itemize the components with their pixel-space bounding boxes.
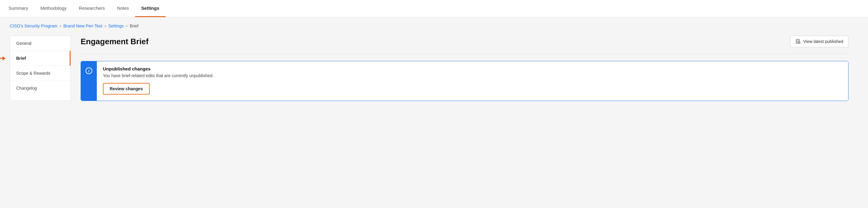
breadcrumb-sep-1: > <box>59 24 62 28</box>
unpublished-changes-alert: i Unpublished changes You have brief-rel… <box>81 61 848 101</box>
settings-sidebar: General Brief Scope & Rewards Changelog <box>10 36 71 101</box>
page-content: CISO's Security Program > Brand New Pen … <box>0 18 868 107</box>
panel-header: Engagement Brief View latest published <box>81 36 848 47</box>
panel-title: Engagement Brief <box>81 37 149 46</box>
breadcrumb: CISO's Security Program > Brand New Pen … <box>10 24 858 28</box>
breadcrumb-pen-test[interactable]: Brand New Pen Test <box>64 24 102 28</box>
alert-title: Unpublished changes <box>103 66 842 71</box>
main-layout: General Brief Scope & Rewards Changelog … <box>10 36 858 101</box>
tab-notes[interactable]: Notes <box>111 0 135 17</box>
alert-content: Unpublished changes You have brief-relat… <box>97 61 848 101</box>
view-published-label: View latest published <box>803 39 843 44</box>
breadcrumb-sep-3: > <box>126 24 128 28</box>
breadcrumb-settings[interactable]: Settings <box>108 24 124 28</box>
alert-sidebar: i <box>81 61 97 101</box>
main-panel: Engagement Brief View latest published <box>71 36 858 101</box>
tab-summary[interactable]: Summary <box>7 0 34 17</box>
breadcrumb-ciso[interactable]: CISO's Security Program <box>10 24 57 28</box>
sidebar-brief-label: Brief <box>16 56 26 61</box>
info-icon: i <box>86 67 92 74</box>
sidebar-item-general[interactable]: General <box>10 36 70 51</box>
tab-settings[interactable]: Settings <box>135 0 165 17</box>
sidebar-item-changelog[interactable]: Changelog <box>10 81 70 96</box>
top-navigation: Summary Methodology Researchers Notes Se… <box>0 0 868 18</box>
tab-methodology[interactable]: Methodology <box>34 0 73 17</box>
review-changes-button[interactable]: Review changes <box>103 83 150 95</box>
active-arrow-indicator <box>0 58 5 59</box>
arrow-line <box>0 58 5 59</box>
document-icon <box>795 39 801 44</box>
view-latest-published-button[interactable]: View latest published <box>790 36 848 47</box>
breadcrumb-current: Brief <box>130 24 139 28</box>
alert-description: You have brief-related edits that are cu… <box>103 73 842 78</box>
tab-researchers[interactable]: Researchers <box>73 0 111 17</box>
sidebar-item-scope-rewards[interactable]: Scope & Rewards <box>10 66 70 81</box>
breadcrumb-sep-2: > <box>104 24 106 28</box>
sidebar-item-brief[interactable]: Brief <box>10 51 70 66</box>
